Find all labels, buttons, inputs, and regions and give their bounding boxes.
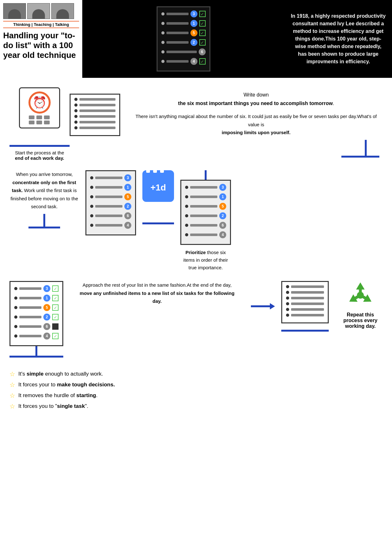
tr-nb bbox=[286, 308, 324, 311]
step3-para: When you arrive tomorrow, concentrate on… bbox=[9, 170, 79, 211]
dot bbox=[185, 186, 188, 189]
dot bbox=[74, 98, 78, 101]
cb bbox=[52, 314, 59, 320]
b3: 3 bbox=[43, 285, 50, 292]
bar bbox=[190, 234, 217, 236]
task-dot bbox=[161, 60, 165, 63]
tr: 6 bbox=[90, 212, 131, 219]
tr: 5 bbox=[14, 304, 59, 311]
task-list-numbered-right: 3 1 5 2 6 bbox=[180, 170, 231, 271]
b4: 4 bbox=[124, 222, 131, 229]
v-conn-4 bbox=[9, 346, 63, 356]
bullet-4-text: It forces you to "single task". bbox=[18, 403, 88, 409]
dot bbox=[14, 306, 17, 309]
dot bbox=[185, 233, 188, 236]
bar bbox=[190, 205, 217, 208]
dot bbox=[90, 195, 93, 198]
step1-sub: There isn't anything magical about the n… bbox=[133, 112, 379, 137]
logo-img-1 bbox=[3, 3, 26, 19]
star-icon-2: ☆ bbox=[9, 381, 15, 389]
bar bbox=[79, 109, 115, 112]
arrow-head bbox=[270, 303, 275, 309]
step4-para: Approach the rest of your list in the sa… bbox=[76, 281, 238, 305]
tr: 2 bbox=[90, 203, 131, 210]
tr-nb bbox=[286, 291, 324, 294]
dot bbox=[14, 296, 17, 300]
badge-4: 4 bbox=[190, 58, 197, 65]
task-row-4: 2 bbox=[161, 39, 206, 46]
step1-highlight: the six most important things you need t… bbox=[178, 101, 333, 106]
section-4: 3 1 5 2 bbox=[0, 278, 392, 364]
task-bar bbox=[166, 60, 189, 63]
ring bbox=[160, 166, 164, 173]
step4-start: Approach the rest of your list in the sa… bbox=[83, 282, 232, 288]
step2-bold: end of each work day. bbox=[15, 155, 64, 161]
dot bbox=[14, 334, 17, 338]
task-dot bbox=[161, 31, 165, 34]
bar bbox=[19, 287, 41, 290]
task-dot bbox=[161, 12, 165, 16]
task-row-6: 4 bbox=[161, 58, 206, 65]
t-shape-step1 bbox=[133, 156, 379, 158]
logo-img-3 bbox=[51, 3, 74, 19]
v-line bbox=[365, 140, 367, 156]
arrow-right-section bbox=[251, 303, 275, 309]
b6: 6 bbox=[43, 323, 50, 330]
tr: 4 bbox=[14, 333, 59, 340]
task-row-3: 5 bbox=[161, 29, 206, 36]
b6r: 6 bbox=[219, 222, 226, 229]
badge-2: 2 bbox=[190, 39, 197, 46]
task-list-3r: 3 1 5 2 6 bbox=[180, 180, 231, 245]
tr: 6 bbox=[185, 222, 226, 229]
b3: 3 bbox=[124, 174, 131, 181]
calendar-grid bbox=[29, 115, 50, 124]
task-row-2: 1 bbox=[161, 20, 206, 27]
tr: 4 bbox=[90, 222, 131, 229]
dot bbox=[90, 224, 93, 227]
recycle-section: Repeat this process every working day. bbox=[335, 281, 386, 329]
h-bar bbox=[341, 156, 379, 158]
logo-img-2 bbox=[27, 3, 50, 19]
bar bbox=[79, 104, 115, 106]
prioritize-bold: Prioritize bbox=[185, 250, 206, 255]
b2: 2 bbox=[124, 203, 131, 210]
cal-cell bbox=[29, 121, 34, 124]
checkbox-5 bbox=[199, 30, 206, 36]
step3-start: When you arrive tomorrow, bbox=[16, 171, 72, 177]
bullet-3: ☆ It removes the hurdle of starting. bbox=[9, 392, 383, 399]
bar bbox=[95, 215, 122, 217]
bar bbox=[19, 297, 41, 299]
bullet-1-text: It's simple enough to actually work. bbox=[18, 371, 103, 377]
step1-sub-text: There isn't anything magical about the n… bbox=[135, 114, 377, 127]
task-list-center2 bbox=[70, 94, 120, 136]
b4: 4 bbox=[43, 333, 50, 340]
step2-start: Start the process at the bbox=[15, 150, 64, 155]
task-row-nb bbox=[74, 115, 115, 118]
bar bbox=[79, 98, 115, 101]
dot bbox=[286, 308, 289, 311]
bar bbox=[291, 285, 324, 288]
bar bbox=[291, 308, 324, 311]
tr: 4 bbox=[185, 231, 226, 238]
tr: 5 bbox=[185, 203, 226, 210]
ring bbox=[146, 166, 150, 173]
b1: 1 bbox=[43, 295, 50, 302]
dot bbox=[185, 214, 188, 217]
dot bbox=[14, 315, 17, 319]
task-list-section2 bbox=[70, 94, 120, 136]
intro-text: In 1918, a highly respected productivity… bbox=[291, 12, 386, 65]
bar bbox=[190, 224, 217, 227]
brand-tagline: Thinking | Teaching | Talking bbox=[3, 21, 79, 28]
v-conn-3 bbox=[9, 214, 79, 227]
cal-cell bbox=[29, 115, 34, 119]
star-icon-4: ☆ bbox=[9, 402, 15, 410]
ring bbox=[153, 166, 157, 173]
task-list-no-badge bbox=[281, 281, 329, 332]
repeat-text: Repeat this process every working day. bbox=[337, 312, 384, 329]
b5: 5 bbox=[43, 304, 50, 311]
task-row-nb bbox=[74, 121, 115, 124]
bullet-1: ☆ It's simple enough to actually work. bbox=[9, 370, 383, 378]
plus1d-badge: +1d bbox=[142, 170, 174, 202]
dot bbox=[286, 296, 289, 300]
tl-nb bbox=[281, 281, 329, 323]
